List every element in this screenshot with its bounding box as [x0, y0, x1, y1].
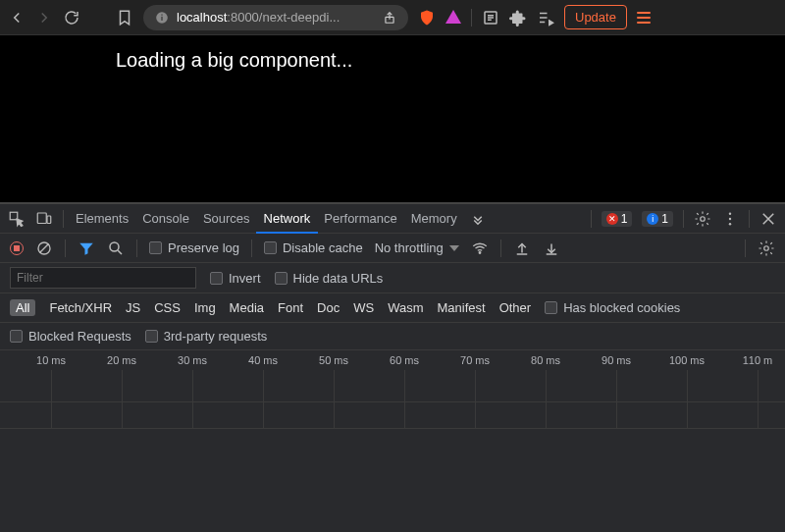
blocked-row: Blocked Requests 3rd-party requests: [0, 323, 785, 350]
reader-icon[interactable]: [482, 9, 499, 27]
disable-cache-checkbox[interactable]: [264, 241, 277, 254]
timeline-tick: 60 ms: [377, 354, 432, 366]
tab-memory[interactable]: Memory: [409, 211, 459, 226]
timeline-tick: 100 ms: [659, 354, 714, 366]
filter-row: Invert Hide data URLs: [0, 263, 785, 293]
disable-cache-label: Disable cache: [283, 240, 363, 255]
chevron-down-icon: [449, 245, 459, 251]
device-icon[interactable]: [35, 210, 53, 228]
timeline-tick: 110 m: [730, 354, 785, 366]
separator: [136, 239, 137, 257]
gear-icon[interactable]: [694, 210, 711, 228]
tab-elements[interactable]: Elements: [74, 211, 131, 226]
preserve-log-label: Preserve log: [168, 240, 239, 255]
url-text: localhost:8000/next-deepdi...: [177, 10, 375, 25]
menu-icon[interactable]: [637, 12, 651, 24]
invert-label: Invert: [229, 271, 261, 286]
error-badge[interactable]: ✕1: [602, 211, 633, 227]
site-info-icon[interactable]: [153, 11, 171, 25]
separator: [745, 239, 746, 257]
devtools-panel: Elements Console Sources Network Perform…: [0, 202, 785, 532]
timeline-midline: [0, 401, 785, 402]
separator: [683, 210, 684, 228]
filter-input[interactable]: [10, 267, 196, 289]
svg-rect-7: [47, 216, 51, 224]
timeline-tick: 50 ms: [306, 354, 361, 366]
svg-point-14: [479, 251, 481, 253]
svg-point-8: [701, 216, 706, 221]
tab-sources[interactable]: Sources: [201, 211, 252, 226]
type-js[interactable]: JS: [126, 300, 140, 315]
type-css[interactable]: CSS: [154, 300, 181, 315]
forward-icon[interactable]: [35, 9, 53, 27]
bookmark-icon[interactable]: [116, 9, 133, 27]
tab-performance[interactable]: Performance: [322, 211, 398, 226]
clear-icon[interactable]: [35, 239, 53, 257]
blocked-cookies-label: Has blocked cookies: [563, 300, 680, 315]
devtools-tabs-row: Elements Console Sources Network Perform…: [0, 204, 785, 234]
hide-data-urls-label: Hide data URLs: [293, 271, 384, 286]
third-party-checkbox[interactable]: [145, 330, 158, 343]
browser-toolbar: localhost:8000/next-deepdi... Update: [0, 0, 785, 35]
type-other[interactable]: Other: [499, 300, 532, 315]
playlist-icon[interactable]: [537, 9, 554, 27]
type-fetch-xhr[interactable]: Fetch/XHR: [49, 300, 112, 315]
request-list-empty: [0, 429, 785, 532]
loading-message: Loading a big component...: [116, 49, 785, 72]
separator: [65, 239, 66, 257]
kebab-icon[interactable]: [721, 210, 739, 228]
message-badge[interactable]: i1: [642, 211, 673, 227]
blocked-cookies-checkbox[interactable]: [545, 301, 557, 314]
svg-point-10: [729, 217, 731, 219]
timeline-tick: 20 ms: [94, 354, 149, 366]
wifi-icon[interactable]: [471, 239, 489, 257]
third-party-label: 3rd-party requests: [164, 329, 268, 344]
type-manifest[interactable]: Manifest: [437, 300, 485, 315]
upload-icon[interactable]: [513, 239, 531, 257]
network-toolbar: Preserve log Disable cache No throttling: [0, 234, 785, 263]
separator: [471, 9, 472, 27]
gear-icon[interactable]: [758, 239, 775, 257]
tab-console[interactable]: Console: [140, 211, 191, 226]
type-all[interactable]: All: [10, 299, 35, 316]
update-button[interactable]: Update: [564, 5, 627, 29]
separator: [591, 210, 592, 228]
brave-triangle-icon[interactable]: [445, 10, 461, 24]
type-ws[interactable]: WS: [353, 300, 374, 315]
svg-point-11: [729, 223, 731, 225]
reload-icon[interactable]: [63, 9, 80, 27]
svg-point-13: [110, 242, 119, 251]
svg-rect-6: [37, 213, 46, 224]
share-icon[interactable]: [381, 11, 398, 25]
close-icon[interactable]: [759, 210, 777, 228]
svg-point-9: [729, 212, 731, 214]
timeline-tick: 40 ms: [236, 354, 290, 366]
tab-network[interactable]: Network: [262, 211, 313, 226]
search-icon[interactable]: [107, 239, 125, 257]
type-img[interactable]: Img: [194, 300, 216, 315]
record-icon[interactable]: [10, 241, 24, 255]
network-timeline[interactable]: 10 ms20 ms30 ms40 ms50 ms60 ms70 ms80 ms…: [0, 350, 785, 429]
invert-checkbox[interactable]: [210, 272, 223, 285]
url-bar[interactable]: localhost:8000/next-deepdi...: [143, 5, 408, 30]
back-icon[interactable]: [8, 9, 26, 27]
download-icon[interactable]: [543, 239, 560, 257]
extensions-icon[interactable]: [509, 9, 527, 27]
blocked-requests-label: Blocked Requests: [28, 329, 131, 344]
type-doc[interactable]: Doc: [317, 300, 340, 315]
hide-data-urls-checkbox[interactable]: [275, 272, 288, 285]
separator: [63, 210, 64, 228]
throttling-select[interactable]: No throttling: [375, 240, 459, 255]
preserve-log-checkbox[interactable]: [149, 241, 162, 254]
blocked-requests-checkbox[interactable]: [10, 330, 23, 343]
filter-icon[interactable]: [78, 239, 95, 257]
separator: [500, 239, 501, 257]
page-viewport: Loading a big component...: [0, 35, 785, 202]
type-font[interactable]: Font: [278, 300, 303, 315]
type-wasm[interactable]: Wasm: [388, 300, 423, 315]
type-media[interactable]: Media: [230, 300, 264, 315]
timeline-tick: 10 ms: [24, 354, 78, 366]
more-tabs-icon[interactable]: [469, 210, 487, 228]
shield-icon[interactable]: [418, 9, 436, 27]
inspect-icon[interactable]: [8, 210, 26, 228]
